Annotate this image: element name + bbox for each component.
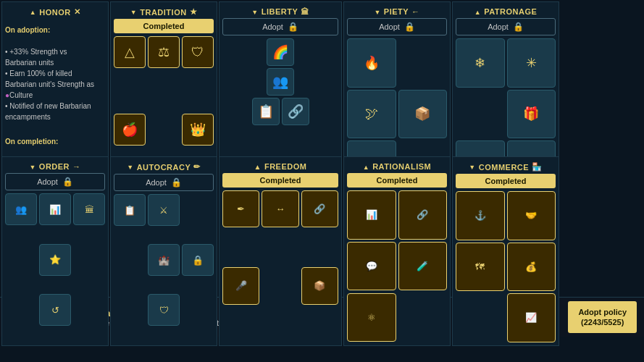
tradition-icon-2[interactable]: 🛡	[182, 36, 214, 68]
order-icon-refresh[interactable]: ↺	[39, 294, 71, 326]
patronage-header: PATRONAGE	[456, 5, 556, 18]
autocracy-icon-shield[interactable]: 🛡	[148, 294, 180, 326]
commerce-icon-map[interactable]: 🗺	[456, 243, 505, 292]
honor-label: HONOR	[39, 8, 70, 17]
patronage-icon-star2[interactable]: ✳	[507, 38, 556, 88]
piety-label: PIETY	[384, 7, 409, 16]
commerce-header: COMMERCE 🏪	[456, 160, 556, 174]
piety-icon-e1	[398, 38, 448, 88]
rationalism-label: RATIONALISM	[372, 162, 431, 171]
liberty-adopt-label: Adopt	[262, 22, 283, 31]
tradition-badge: ★	[190, 7, 198, 17]
commerce-arrow	[469, 163, 475, 171]
patronage-icon-e1	[456, 90, 505, 139]
autocracy-header: AUTOCRACY ✏	[114, 160, 214, 174]
liberty-icon-rainbow[interactable]: 🌈	[267, 38, 294, 66]
order-header: ORDER →	[5, 160, 105, 173]
rationalism-icon-e1	[398, 293, 448, 342]
rationalism-icon-link[interactable]: 🔗	[398, 190, 448, 240]
honor-badge: ✕	[74, 7, 81, 17]
rationalism-completed-btn[interactable]: Completed	[347, 173, 447, 188]
freedom-icon-arrows[interactable]: ↔	[262, 190, 298, 227]
liberty-icon-people[interactable]: 👥	[267, 68, 294, 96]
order-icon-chart[interactable]: 📊	[39, 193, 71, 225]
rationalism-icon-flask[interactable]: 🧪	[398, 242, 448, 291]
autocracy-icon-e4	[182, 294, 214, 326]
tradition-icon-4	[148, 114, 180, 146]
autocracy-badge: ✏	[193, 162, 201, 172]
autocracy-column: AUTOCRACY ✏ Adopt 🔒 📋 ⚔ 🏰 🔒 🛡	[110, 156, 217, 346]
rationalism-column: RATIONALISM Completed 📊 🔗 💬 🧪 ⚛	[343, 156, 451, 346]
honor-header: HONOR ✕	[5, 5, 105, 19]
commerce-column: COMMERCE 🏪 Completed ⚓ 🤝 🗺 💰 📈	[452, 156, 559, 346]
freedom-header: ▲ FREEDOM	[222, 160, 338, 173]
liberty-icon-chain[interactable]: 🔗	[282, 98, 309, 125]
adopt-policy-button[interactable]: Adopt policy (2243/5525)	[568, 301, 637, 334]
piety-header: PIETY ←	[347, 5, 447, 18]
autocracy-icon-castle[interactable]: 🏰	[148, 244, 180, 276]
piety-icon-box2[interactable]: 📦	[398, 90, 448, 139]
commerce-completed-btn[interactable]: Completed	[456, 174, 556, 188]
patronage-icon-gift[interactable]: 🎁	[507, 90, 556, 139]
autocracy-icon-e1	[182, 194, 214, 226]
liberty-arrow	[251, 8, 258, 16]
freedom-completed-btn[interactable]: Completed	[222, 173, 338, 188]
commerce-icon-anchor[interactable]: ⚓	[456, 191, 505, 240]
patronage-icon-snow[interactable]: ❄	[456, 38, 505, 88]
freedom-icon-mic[interactable]: 🎤	[222, 267, 259, 304]
order-icon-building[interactable]: 🏛	[73, 193, 105, 225]
autocracy-icon-e2	[114, 244, 146, 276]
rationalism-icon-bars[interactable]: 📊	[347, 190, 396, 240]
freedom-icon-pen[interactable]: ✒	[222, 190, 259, 227]
autocracy-icon-sword[interactable]: ⚔	[148, 194, 180, 226]
tradition-icon-1[interactable]: ⚖	[148, 36, 180, 68]
order-adopt-label: Adopt	[37, 177, 58, 186]
autocracy-label: AUTOCRACY	[137, 163, 191, 172]
tradition-completed-btn[interactable]: Completed	[114, 19, 214, 33]
autocracy-adopt-label: Adopt	[146, 178, 167, 187]
patronage-lock-icon: 🔒	[513, 22, 524, 32]
order-icon-star[interactable]: ⭐	[39, 244, 71, 276]
liberty-header: LIBERTY 🏛	[222, 5, 338, 18]
freedom-icon-box[interactable]: 📦	[301, 267, 338, 304]
patronage-adopt-btn[interactable]: Adopt 🔒	[456, 18, 556, 35]
tradition-icon-0[interactable]: △	[114, 36, 146, 68]
freedom-icon-net[interactable]: 🔗	[301, 190, 338, 227]
rationalism-header: RATIONALISM	[347, 160, 447, 173]
liberty-lock-icon: 🔒	[288, 22, 298, 32]
commerce-label: COMMERCE	[479, 163, 529, 172]
order-lock-icon: 🔒	[62, 177, 73, 187]
order-arrow	[29, 163, 35, 171]
autocracy-adopt-btn[interactable]: Adopt 🔒	[114, 174, 214, 191]
order-adopt-btn[interactable]: Adopt 🔒	[5, 173, 105, 190]
order-icon-people[interactable]: 👥	[5, 193, 37, 225]
adopt-policy-label: Adopt policy	[578, 307, 627, 317]
honor-completion-title: On completion:	[5, 136, 105, 147]
autocracy-icon-doc[interactable]: 📋	[114, 194, 146, 226]
rationalism-icon-atom[interactable]: ⚛	[347, 293, 396, 342]
piety-adopt-btn[interactable]: Adopt 🔒	[347, 18, 447, 35]
piety-adopt-label: Adopt	[379, 22, 400, 31]
commerce-icon-coin[interactable]: 💰	[507, 243, 556, 292]
honor-arrow	[30, 8, 36, 16]
liberty-icon-doc[interactable]: 📋	[252, 98, 280, 125]
commerce-icon-chart[interactable]: 📈	[507, 293, 556, 342]
honor-adoption-text: • +33% Strength vsBarbarian units• Earn …	[5, 46, 105, 122]
tradition-icon-3[interactable]: 🍎	[114, 114, 146, 146]
rationalism-icon-chat[interactable]: 💬	[347, 242, 396, 291]
patronage-adopt-label: Adopt	[488, 22, 509, 31]
piety-icon-fire[interactable]: 🔥	[347, 38, 396, 88]
order-icon-e2	[73, 244, 105, 276]
piety-icon-dove[interactable]: 🕊	[347, 90, 396, 139]
liberty-adopt-btn[interactable]: Adopt 🔒	[222, 18, 338, 35]
liberty-label: LIBERTY	[262, 7, 298, 16]
liberty-badge: 🏛	[301, 7, 309, 16]
commerce-badge: 🏪	[532, 162, 543, 172]
rationalism-arrow	[363, 163, 369, 171]
autocracy-lock-icon: 🔒	[171, 177, 182, 188]
tradition-icon-5[interactable]: 👑	[182, 114, 214, 146]
autocracy-icon-lock[interactable]: 🔒	[182, 244, 214, 276]
freedom-column: ▲ FREEDOM Completed ✒ ↔ 🔗 🎤 📦	[219, 156, 342, 346]
commerce-icon-handshake[interactable]: 🤝	[507, 191, 556, 240]
order-column: ORDER → Adopt 🔒 👥 📊 🏛 ⭐ ↺	[1, 156, 109, 346]
